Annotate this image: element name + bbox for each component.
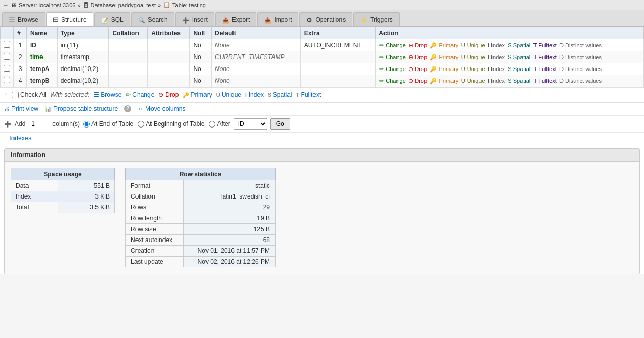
action-browse-btn[interactable]: Browse	[93, 91, 121, 98]
row-default: CURRENT_TIMESTAMP	[211, 51, 300, 63]
sql-icon	[101, 16, 108, 24]
action-index[interactable]: I Index	[488, 66, 505, 72]
row-actions: ✏ Change ⊖ Drop 🔑 Primary U Unique I Ind…	[376, 75, 644, 87]
action-spatial-btn[interactable]: Spatial	[268, 91, 292, 98]
tab-triggers[interactable]: Triggers	[353, 12, 400, 26]
action-distinct[interactable]: D Distinct values	[559, 54, 602, 60]
tab-import-label: Import	[274, 16, 292, 23]
help-icon[interactable]: ?	[124, 105, 131, 112]
action-distinct[interactable]: D Distinct values	[559, 42, 602, 48]
operations-icon	[306, 16, 312, 24]
action-drop[interactable]: ⊖ Drop	[408, 54, 427, 60]
tab-browse[interactable]: Browse	[2, 12, 45, 26]
action-fulltext-btn[interactable]: Fulltext	[296, 91, 321, 98]
action-primary[interactable]: 🔑 Primary	[430, 66, 458, 72]
stat-label: Rows	[126, 202, 184, 213]
action-fulltext-label: Fulltext	[301, 91, 321, 98]
print-view-link[interactable]: Print view	[4, 105, 38, 112]
action-change[interactable]: ✏ Change	[379, 42, 406, 48]
stat-value: Nov 02, 2016 at 12:26 PM	[183, 257, 275, 267]
tab-structure[interactable]: Structure	[46, 12, 93, 26]
action-drop[interactable]: ⊖ Drop	[408, 78, 427, 84]
action-fulltext[interactable]: T Fulltext	[533, 66, 557, 72]
action-fulltext[interactable]: T Fulltext	[533, 42, 557, 48]
structure-icon	[53, 16, 59, 23]
action-drop[interactable]: ⊖ Drop	[408, 66, 427, 72]
move-columns-link[interactable]: Move columns	[138, 105, 185, 112]
at-beginning-option[interactable]: At Beginning of Table	[138, 120, 204, 128]
action-unique-icon	[216, 91, 220, 98]
row-name: time	[27, 51, 58, 63]
tab-export[interactable]: Export	[215, 12, 257, 26]
action-spatial[interactable]: S Spatial	[508, 78, 530, 84]
action-unique[interactable]: U Unique	[461, 66, 485, 72]
action-index-label: Index	[249, 91, 264, 98]
tab-operations[interactable]: Operations	[299, 12, 352, 26]
stat-value: latin1_swedish_ci	[183, 191, 275, 202]
tab-import[interactable]: Import	[257, 12, 298, 26]
check-all-checkbox[interactable]	[12, 92, 19, 98]
database-icon: 🗄	[83, 2, 89, 8]
indexes-link[interactable]: + Indexes	[0, 133, 644, 144]
row-checkbox[interactable]	[4, 65, 10, 72]
action-change[interactable]: ✏ Change	[379, 66, 406, 72]
tab-sql[interactable]: SQL	[94, 12, 130, 26]
action-index[interactable]: I Index	[488, 42, 505, 48]
action-change[interactable]: ✏ Change	[379, 78, 406, 84]
at-end-option[interactable]: At End of Table	[83, 120, 133, 128]
action-primary[interactable]: 🔑 Primary	[430, 54, 458, 60]
propose-link[interactable]: Propose table structure	[45, 105, 118, 112]
action-drop-btn[interactable]: Drop	[158, 91, 179, 98]
action-distinct[interactable]: D Distinct values	[559, 78, 602, 84]
at-beginning-radio[interactable]	[138, 121, 144, 128]
action-change[interactable]: ✏ Change	[379, 54, 406, 60]
action-index[interactable]: I Index	[488, 54, 505, 60]
action-spatial[interactable]: S Spatial	[508, 42, 530, 48]
table-row: 1 ID int(11) No None AUTO_INCREMENT ✏ Ch…	[1, 39, 644, 51]
row-checkbox[interactable]	[4, 53, 10, 60]
tab-search[interactable]: Search	[131, 12, 174, 26]
row-checkbox[interactable]	[4, 41, 10, 48]
action-unique[interactable]: U Unique	[461, 42, 485, 48]
row-stats-header: Row statistics	[126, 168, 276, 180]
action-index[interactable]: I Index	[488, 78, 505, 84]
after-column-select[interactable]: ID time tempA tempB	[234, 118, 267, 130]
action-primary[interactable]: 🔑 Primary	[430, 42, 458, 48]
nav-tabs: Browse Structure SQL Search Insert Expor…	[0, 10, 644, 27]
action-index-btn[interactable]: Index	[245, 91, 264, 98]
after-label: After	[217, 120, 230, 128]
tab-insert[interactable]: Insert	[175, 12, 214, 26]
sort-arrow[interactable]: ↑	[4, 91, 8, 99]
action-primary[interactable]: 🔑 Primary	[430, 78, 458, 84]
action-unique[interactable]: U Unique	[461, 54, 485, 60]
action-fulltext[interactable]: T Fulltext	[533, 78, 557, 84]
space-usage-row: Data 551 B	[11, 180, 115, 191]
action-drop[interactable]: ⊖ Drop	[408, 42, 427, 48]
go-button[interactable]: Go	[270, 118, 290, 130]
action-unique-btn[interactable]: Unique	[216, 91, 241, 98]
action-distinct[interactable]: D Distinct values	[559, 66, 602, 72]
stat-label: Collation	[126, 191, 184, 202]
action-unique[interactable]: U Unique	[461, 78, 485, 84]
check-all-wrap: Check All	[12, 91, 46, 98]
action-fulltext[interactable]: T Fulltext	[533, 54, 557, 60]
action-change-btn[interactable]: Change	[126, 91, 154, 98]
row-stat-row: Row length 19 B	[126, 213, 276, 224]
add-quantity-input[interactable]	[29, 119, 49, 129]
row-checkbox-cell	[1, 63, 14, 75]
after-option[interactable]: After	[209, 120, 230, 128]
server-label: Server: localhost:3306	[19, 2, 75, 8]
row-actions: ✏ Change ⊖ Drop 🔑 Primary U Unique I Ind…	[376, 63, 644, 75]
row-checkbox[interactable]	[4, 77, 10, 83]
after-radio[interactable]	[209, 121, 215, 128]
titlebar: ← 🖥 Server: localhost:3306 » 🗄 Database:…	[0, 0, 644, 10]
at-end-radio[interactable]	[83, 121, 90, 128]
action-primary-btn[interactable]: Primary	[183, 91, 212, 98]
action-spatial[interactable]: S Spatial	[508, 66, 530, 72]
action-spatial[interactable]: S Spatial	[508, 54, 530, 60]
row-stat-row: Last update Nov 02, 2016 at 12:26 PM	[126, 257, 276, 267]
row-attributes	[148, 63, 190, 75]
col-header-collation: Collation	[109, 27, 148, 39]
back-arrow[interactable]: ←	[3, 2, 9, 8]
print-icon	[4, 105, 10, 112]
